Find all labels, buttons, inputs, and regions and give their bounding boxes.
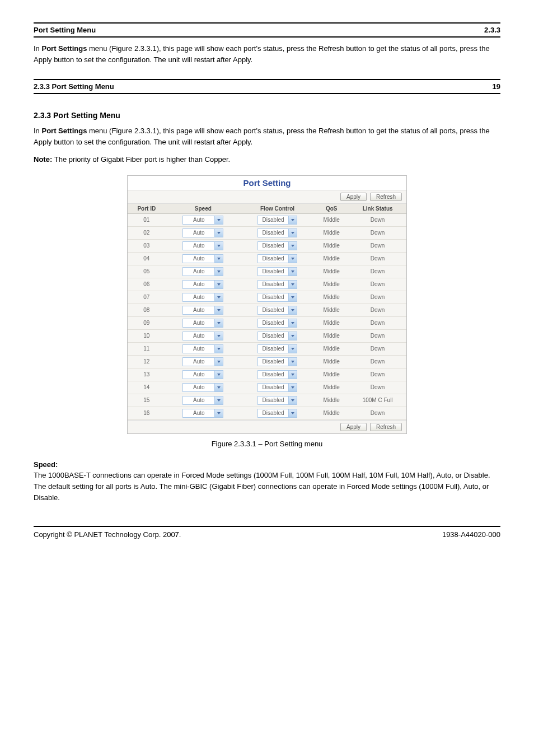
cell-linkstatus: Down xyxy=(349,226,406,239)
subheader-title: 2.3.3 Port Setting Menu xyxy=(34,82,114,91)
cell-qos: Middle xyxy=(314,355,349,368)
speed-select[interactable]: Auto xyxy=(182,409,223,418)
apply-button-bottom[interactable]: Apply xyxy=(340,423,367,431)
figure-caption: Figure 2.3.3.1 – Port Setting menu xyxy=(34,440,500,448)
speed-select[interactable]: Auto xyxy=(182,319,223,328)
cell-portid: 09 xyxy=(128,316,166,329)
cell-linkstatus: Down xyxy=(349,342,406,355)
speed-select[interactable]: Auto xyxy=(182,241,223,250)
cell-portid: 13 xyxy=(128,368,166,381)
cell-qos: Middle xyxy=(314,304,349,316)
header-title: Port Setting Menu xyxy=(34,26,96,34)
cell-qos: Middle xyxy=(314,368,349,381)
cell-linkstatus: Down xyxy=(349,213,406,226)
section-title: 2.3.3 Port Setting Menu xyxy=(34,111,500,120)
flow-control-select[interactable]: Disabled xyxy=(257,383,297,392)
chevron-down-icon xyxy=(214,345,223,353)
cell-portid: 06 xyxy=(128,278,166,291)
cell-qos: Middle xyxy=(314,239,349,252)
col-flow-control: Flow Control xyxy=(241,204,314,214)
cell-linkstatus: Down xyxy=(349,329,406,342)
chevron-down-icon xyxy=(288,371,297,379)
chevron-down-icon xyxy=(288,229,297,237)
cell-linkstatus: Down xyxy=(349,278,406,291)
chevron-down-icon xyxy=(214,268,223,276)
flow-control-select[interactable]: Disabled xyxy=(257,241,297,250)
header-section: 2.3.3 xyxy=(484,26,500,34)
col-qos: QoS xyxy=(314,204,349,214)
cell-linkstatus: Down xyxy=(349,368,406,381)
speed-select[interactable]: Auto xyxy=(182,306,223,315)
flow-control-select[interactable]: Disabled xyxy=(257,409,297,418)
chevron-down-icon xyxy=(288,306,297,314)
chevron-down-icon xyxy=(288,396,297,404)
col-link-status: Link Status xyxy=(349,204,406,214)
flow-control-select[interactable]: Disabled xyxy=(257,267,297,276)
speed-select[interactable]: Auto xyxy=(182,267,223,276)
flow-control-select[interactable]: Disabled xyxy=(257,319,297,328)
speed-term: Speed: xyxy=(34,460,500,469)
flow-control-select[interactable]: Disabled xyxy=(257,370,297,379)
cell-qos: Middle xyxy=(314,213,349,226)
chevron-down-icon xyxy=(214,396,223,404)
speed-select[interactable]: Auto xyxy=(182,370,223,379)
cell-qos: Middle xyxy=(314,394,349,407)
speed-text: The 1000BASE-T connections can operate i… xyxy=(34,470,500,503)
flow-control-select[interactable]: Disabled xyxy=(257,357,297,366)
table-row: 16AutoDisabledMiddleDown xyxy=(128,407,406,419)
apply-button-top[interactable]: Apply xyxy=(340,193,367,201)
cell-portid: 05 xyxy=(128,265,166,278)
speed-select[interactable]: Auto xyxy=(182,280,223,289)
cell-linkstatus: Down xyxy=(349,265,406,278)
cell-portid: 15 xyxy=(128,394,166,407)
chevron-down-icon xyxy=(288,242,297,250)
flow-control-select[interactable]: Disabled xyxy=(257,344,297,353)
figure-title: Port Setting xyxy=(128,176,406,190)
cell-qos: Middle xyxy=(314,278,349,291)
chevron-down-icon xyxy=(214,306,223,314)
speed-select[interactable]: Auto xyxy=(182,344,223,353)
port-setting-figure: Port Setting Apply Refresh Port ID Speed… xyxy=(127,175,407,434)
speed-select[interactable]: Auto xyxy=(182,383,223,392)
speed-select[interactable]: Auto xyxy=(182,228,223,237)
cell-qos: Middle xyxy=(314,407,349,419)
cell-portid: 11 xyxy=(128,342,166,355)
intro-paragraph: In Port Settings menu (Figure 2.3.3.1), … xyxy=(34,43,500,66)
chevron-down-icon xyxy=(288,409,297,417)
cell-linkstatus: Down xyxy=(349,355,406,368)
flow-control-select[interactable]: Disabled xyxy=(257,332,297,340)
table-row: 01AutoDisabledMiddleDown xyxy=(128,213,406,226)
cell-qos: Middle xyxy=(314,252,349,265)
cell-linkstatus: Down xyxy=(349,239,406,252)
cell-portid: 16 xyxy=(128,407,166,419)
chevron-down-icon xyxy=(214,255,223,263)
flow-control-select[interactable]: Disabled xyxy=(257,396,297,405)
speed-select[interactable]: Auto xyxy=(182,396,223,405)
refresh-button-bottom[interactable]: Refresh xyxy=(370,423,402,431)
flow-control-select[interactable]: Disabled xyxy=(257,254,297,263)
chevron-down-icon xyxy=(288,319,297,327)
flow-control-select[interactable]: Disabled xyxy=(257,306,297,315)
refresh-button-top[interactable]: Refresh xyxy=(370,193,402,201)
speed-select[interactable]: Auto xyxy=(182,332,223,340)
flow-control-select[interactable]: Disabled xyxy=(257,216,297,225)
chevron-down-icon xyxy=(214,242,223,250)
flow-control-select[interactable]: Disabled xyxy=(257,228,297,237)
chevron-down-icon xyxy=(288,255,297,263)
chevron-down-icon xyxy=(288,358,297,366)
col-speed: Speed xyxy=(166,204,241,214)
flow-control-select[interactable]: Disabled xyxy=(257,293,297,302)
chevron-down-icon xyxy=(214,332,223,340)
table-row: 06AutoDisabledMiddleDown xyxy=(128,278,406,291)
speed-select[interactable]: Auto xyxy=(182,357,223,366)
chevron-down-icon xyxy=(288,345,297,353)
speed-select[interactable]: Auto xyxy=(182,216,223,225)
table-row: 14AutoDisabledMiddleDown xyxy=(128,381,406,394)
cell-portid: 01 xyxy=(128,213,166,226)
speed-select[interactable]: Auto xyxy=(182,254,223,263)
cell-linkstatus: 100M C Full xyxy=(349,394,406,407)
speed-select[interactable]: Auto xyxy=(182,293,223,302)
cell-qos: Middle xyxy=(314,342,349,355)
flow-control-select[interactable]: Disabled xyxy=(257,280,297,289)
cell-qos: Middle xyxy=(314,381,349,394)
